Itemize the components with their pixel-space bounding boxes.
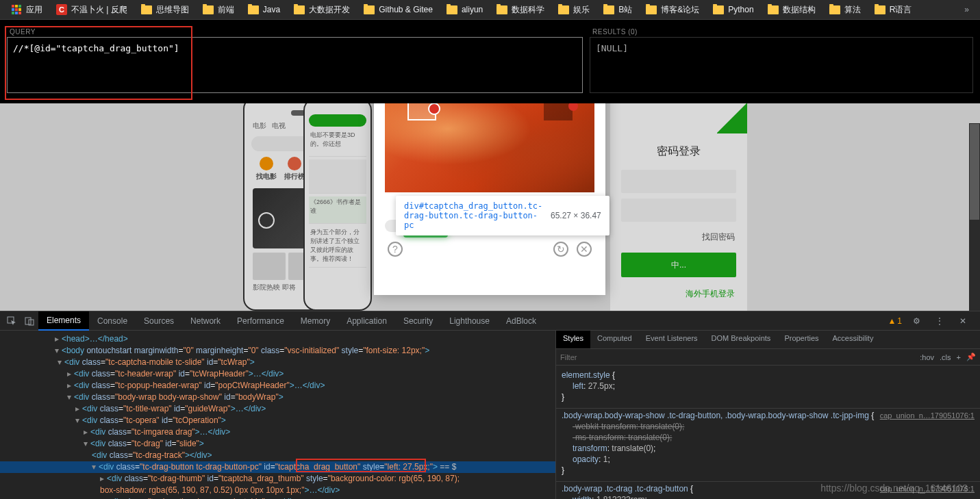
styles-tab[interactable]: DOM Breakpoints (705, 331, 778, 348)
bookmark-site[interactable]: C 不温卜火 | 反爬 (51, 2, 133, 18)
bookmark-folder[interactable]: B站 (598, 2, 638, 18)
bookmark-folder[interactable]: 思维导图 (136, 2, 194, 18)
folder-icon (497, 4, 507, 15)
devtools-tab-security[interactable]: Security (395, 312, 441, 330)
apps-icon (11, 4, 22, 15)
add-rule-icon[interactable]: + (957, 353, 961, 361)
folder-icon (603, 4, 614, 15)
folder-icon (646, 4, 657, 15)
cls-toggle[interactable]: .cls (940, 353, 951, 361)
xpath-result: [NULL] (590, 37, 973, 93)
styles-tab[interactable]: Event Listeners (639, 331, 705, 348)
device-toggle-icon[interactable] (21, 312, 38, 330)
svg-rect-1 (25, 318, 31, 324)
settings-icon[interactable]: ⚙ (907, 312, 925, 330)
devtools-close-icon[interactable]: ✕ (954, 312, 972, 330)
tooltip-selector: div#tcaptcha_drag_button.tc-drag-button.… (404, 201, 541, 230)
devtools-tab-memory[interactable]: Memory (292, 312, 338, 330)
folder-icon (364, 4, 375, 15)
stylesheet-link[interactable]: cap_union_n…179051076:1 (880, 410, 975, 421)
folder-icon (829, 4, 840, 15)
bookmark-folder[interactable]: Java (242, 2, 286, 17)
results-label: RESULTS (0) (590, 27, 973, 37)
captcha-image (385, 103, 594, 192)
xpath-query-input[interactable]: //*[@id="tcaptcha_drag_button"] (7, 37, 583, 93)
folder-icon (203, 4, 214, 15)
bookmark-folder[interactable]: 数据结构 (762, 2, 821, 18)
dom-tree[interactable]: ▸<head>…</head> ▾<body ontouchstart marg… (0, 331, 555, 499)
bookmark-folder[interactable]: aliyun (441, 2, 488, 17)
page-scrollbar[interactable] (969, 123, 980, 311)
bookmarks-apps[interactable]: 应用 (5, 2, 48, 18)
inspect-icon[interactable] (3, 312, 21, 330)
devtools-tab-application[interactable]: Application (338, 312, 395, 330)
bookmark-folder[interactable]: 娱乐 (553, 2, 595, 18)
element-tooltip: div#tcaptcha_drag_button.tc-drag-button.… (396, 196, 610, 235)
bookmark-folder[interactable]: 大数据开发 (288, 2, 355, 18)
folder-icon (713, 4, 724, 15)
more-icon[interactable]: ⋮ (931, 312, 948, 330)
devtools-tab-performance[interactable]: Performance (229, 312, 292, 330)
devtools-tab-lighthouse[interactable]: Lighthouse (441, 312, 498, 330)
puzzle-slot (544, 103, 573, 120)
help-icon[interactable]: ? (388, 242, 403, 257)
bookmark-folder[interactable]: 前端 (197, 2, 240, 18)
site-icon: C (56, 4, 67, 15)
styles-tab[interactable]: Accessibility (826, 331, 881, 348)
styles-panel[interactable]: element.style { left: 27.5px; } cap_unio… (556, 366, 980, 499)
styles-tab[interactable]: Styles (556, 331, 590, 348)
devtools-tab-sources[interactable]: Sources (136, 312, 182, 330)
query-label: QUERY (7, 27, 583, 37)
folder-icon (768, 4, 779, 15)
bookmark-folder[interactable]: 算法 (824, 2, 866, 18)
warning-badge[interactable]: ▲ 1 (888, 316, 902, 326)
folder-icon (248, 4, 259, 15)
bookmark-folder[interactable]: Github & Gitee (358, 2, 438, 17)
devtools-tab-console[interactable]: Console (89, 312, 136, 330)
bookmark-folder[interactable]: R语言 (869, 2, 918, 18)
devtools-tab-adblock[interactable]: AdBlock (498, 312, 544, 330)
hov-toggle[interactable]: :hov (920, 353, 934, 361)
bookmark-folder[interactable]: Python (707, 2, 759, 17)
bookmark-folder[interactable]: 博客&论坛 (640, 2, 705, 18)
refresh-icon[interactable]: ↻ (553, 242, 568, 257)
folder-icon (447, 4, 457, 15)
styles-filter-input[interactable] (560, 353, 914, 361)
devtools-tab-elements[interactable]: Elements (38, 311, 89, 331)
devtools-tab-network[interactable]: Network (182, 312, 229, 330)
puzzle-piece (407, 103, 436, 120)
selected-dom-node[interactable]: ▾<div class="tc-drag-button tc-drag-butt… (0, 461, 555, 473)
folder-icon (141, 4, 152, 15)
bookmark-folder[interactable]: 数据科学 (491, 2, 550, 18)
folder-icon (875, 4, 885, 15)
folder-icon (558, 4, 569, 15)
tooltip-dimensions: 65.27 × 36.47 (551, 211, 601, 220)
stylesheet-link[interactable]: cap_union_n…179051076:1 (880, 483, 975, 494)
close-icon[interactable]: ✕ (577, 242, 592, 257)
styles-tab[interactable]: Properties (777, 331, 825, 348)
bookmarks-overflow[interactable]: » (959, 2, 975, 17)
pin-icon[interactable]: 📌 (966, 353, 976, 361)
folder-icon (294, 4, 305, 15)
styles-tab[interactable]: Computed (590, 331, 639, 348)
